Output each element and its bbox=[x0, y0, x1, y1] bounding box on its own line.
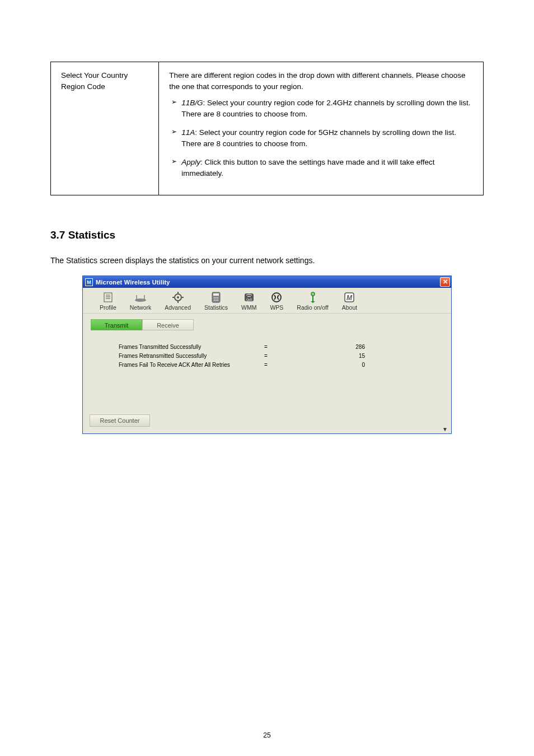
antenna-icon bbox=[297, 291, 328, 304]
equals-sign: = bbox=[264, 353, 331, 359]
sublist-desc: Select your country region code for 2.4G… bbox=[181, 99, 470, 118]
sublist-item: ➢ 11B/G: Select your country region code… bbox=[169, 97, 473, 119]
sublist-item: ➢ Apply: Click this button to save the s… bbox=[169, 157, 473, 179]
stat-value: 0 bbox=[331, 362, 365, 368]
toolbar-item-profile[interactable]: Profile bbox=[100, 291, 116, 311]
stat-label: Frames Transmitted Successfully bbox=[119, 344, 264, 350]
toolbar-item-radio[interactable]: Radio on/off bbox=[297, 291, 328, 311]
param-label: Select Your Country Region Code bbox=[61, 71, 128, 91]
chevron-down-icon[interactable]: ▼ bbox=[442, 426, 448, 432]
calculator-icon bbox=[204, 291, 228, 304]
subtabs: Transmit Receive bbox=[91, 319, 443, 330]
svg-point-17 bbox=[217, 297, 218, 298]
toolbar-label: WPS bbox=[270, 304, 283, 311]
param-cell: Select Your Country Region Code bbox=[51, 62, 159, 195]
section-paragraph: The Statistics screen displays the stati… bbox=[50, 255, 484, 267]
page-number: 25 bbox=[0, 731, 534, 739]
stat-row: Frames Transmitted Successfully = 286 bbox=[119, 344, 443, 350]
svg-point-8 bbox=[177, 296, 179, 298]
svg-point-16 bbox=[216, 297, 217, 298]
sublist-label: Apply bbox=[181, 158, 200, 166]
section-heading: 3.7 Statistics bbox=[50, 229, 484, 241]
svg-rect-0 bbox=[104, 293, 112, 302]
wmm-icon: QoS bbox=[241, 291, 256, 304]
bullet-icon: ➢ bbox=[171, 157, 177, 179]
svg-point-19 bbox=[216, 300, 217, 301]
sublist-text: Apply: Click this button to save the set… bbox=[181, 157, 473, 179]
tab-receive[interactable]: Receive bbox=[142, 319, 194, 330]
toolbar: Profile Network Advanced Statistics bbox=[83, 288, 451, 314]
stat-value: 15 bbox=[331, 353, 365, 359]
sublist-item: ➢ 11A: Select your country region code f… bbox=[169, 127, 473, 149]
toolbar-item-wmm[interactable]: QoS WMM bbox=[241, 291, 256, 311]
close-button[interactable]: ✕ bbox=[440, 277, 450, 287]
toolbar-label: Advanced bbox=[165, 304, 191, 311]
wps-icon bbox=[270, 291, 283, 304]
desc-sublist: ➢ 11B/G: Select your country region code… bbox=[169, 97, 473, 179]
tab-transmit[interactable]: Transmit bbox=[91, 319, 142, 330]
svg-point-23 bbox=[272, 293, 281, 302]
equals-sign: = bbox=[264, 362, 331, 368]
toolbar-label: WMM bbox=[241, 304, 256, 311]
svg-point-15 bbox=[214, 297, 215, 298]
close-icon: ✕ bbox=[443, 278, 448, 286]
parameter-table: Select Your Country Region Code There ar… bbox=[50, 62, 484, 195]
bullet-icon: ➢ bbox=[171, 127, 177, 149]
sublist-text: 11A: Select your country region code for… bbox=[181, 127, 473, 149]
toolbar-label: Statistics bbox=[204, 304, 228, 311]
desc-intro: There are different region codes in the … bbox=[169, 70, 473, 92]
toolbar-item-network[interactable]: Network bbox=[130, 291, 152, 311]
stat-label: Frames Fail To Receive ACK After All Ret… bbox=[119, 362, 264, 368]
titlebar: M Micronet Wireless Utility ✕ bbox=[83, 276, 451, 288]
toolbar-label: About bbox=[342, 304, 357, 311]
svg-point-25 bbox=[312, 293, 313, 295]
svg-text:M: M bbox=[346, 294, 353, 302]
network-icon bbox=[130, 291, 152, 304]
svg-point-18 bbox=[214, 300, 215, 301]
app-icon: M bbox=[85, 278, 93, 286]
svg-point-20 bbox=[217, 300, 218, 301]
toolbar-item-statistics[interactable]: Statistics bbox=[204, 291, 228, 311]
toolbar-label: Network bbox=[130, 304, 152, 311]
reset-counter-button[interactable]: Reset Counter bbox=[90, 414, 150, 427]
equals-sign: = bbox=[264, 344, 331, 350]
sublist-label: 11A bbox=[181, 128, 195, 137]
svg-text:QoS: QoS bbox=[246, 298, 252, 301]
sublist-label: 11B/G bbox=[181, 99, 203, 107]
about-icon: M bbox=[342, 291, 357, 304]
svg-rect-14 bbox=[213, 293, 219, 296]
sublist-text: 11B/G: Select your country region code f… bbox=[181, 97, 473, 119]
sublist-desc: Click this button to save the settings h… bbox=[181, 158, 434, 178]
bullet-icon: ➢ bbox=[171, 97, 177, 119]
window-title: Micronet Wireless Utility bbox=[96, 279, 440, 286]
toolbar-item-about[interactable]: M About bbox=[342, 291, 357, 311]
toolbar-item-advanced[interactable]: Advanced bbox=[165, 291, 191, 311]
stat-label: Frames Retransmitted Successfully bbox=[119, 353, 264, 359]
content-area: Transmit Receive Frames Transmitted Succ… bbox=[83, 314, 451, 433]
toolbar-label: Profile bbox=[100, 304, 116, 311]
app-window: M Micronet Wireless Utility ✕ Profile Ne… bbox=[82, 276, 452, 434]
stat-row: Frames Retransmitted Successfully = 15 bbox=[119, 353, 443, 359]
gear-icon bbox=[165, 291, 191, 304]
sublist-desc: Select your country region code for 5GHz… bbox=[181, 128, 456, 148]
stat-row: Frames Fail To Receive ACK After All Ret… bbox=[119, 362, 443, 368]
toolbar-label: Radio on/off bbox=[297, 304, 328, 311]
desc-cell: There are different region codes in the … bbox=[159, 62, 484, 195]
stats-list: Frames Transmitted Successfully = 286 Fr… bbox=[119, 344, 443, 368]
profile-icon bbox=[100, 291, 116, 304]
stat-value: 286 bbox=[331, 344, 365, 350]
toolbar-item-wps[interactable]: WPS bbox=[270, 291, 283, 311]
